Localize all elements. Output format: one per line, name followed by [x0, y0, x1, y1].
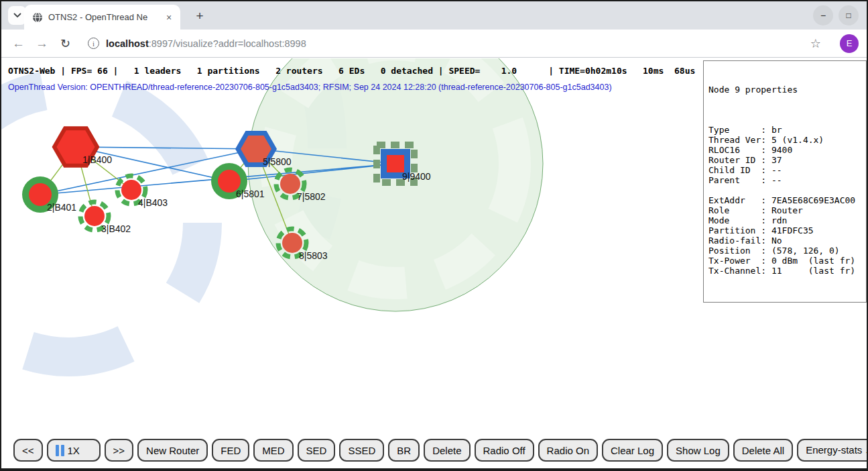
delete-button[interactable]: Delete — [424, 439, 470, 462]
action-toolbar: <<1X>>New RouterFEDMEDSEDSSEDBRDeleteRad… — [13, 439, 867, 462]
tab-close-icon[interactable]: × — [163, 11, 175, 23]
property-row: Radio-fail: No — [708, 235, 861, 246]
button-label: Radio Off — [483, 445, 525, 456]
med-button[interactable]: MED — [253, 439, 293, 462]
button-label: Delete — [432, 445, 461, 456]
fed-button[interactable]: FED — [212, 439, 249, 462]
property-row — [708, 185, 861, 195]
button-label: 1X — [68, 445, 80, 456]
property-row: Position : (578, 126, 0) — [708, 246, 861, 256]
forward-icon[interactable]: → — [36, 36, 48, 51]
profile-avatar[interactable]: E — [840, 34, 859, 53]
node-core — [387, 155, 404, 172]
button-label: Show Log — [676, 445, 721, 456]
clear-log-button[interactable]: Clear Log — [602, 439, 663, 462]
bookmark-star-icon[interactable]: ☆ — [810, 36, 821, 51]
button-label: FED — [221, 445, 241, 456]
energy-stats-button[interactable]: Energy-stats ↗ — [797, 439, 867, 462]
tab-strip: OTNS2 - OpenThread Ne × + − □ — [1, 1, 867, 30]
button-label: BR — [397, 445, 411, 456]
visualizer-canvas: 1|B4002|B4013|B4024|B4035|58006|58017|58… — [1, 58, 867, 470]
radio-on-button[interactable]: Radio On — [538, 439, 598, 462]
new-tab-button[interactable]: + — [191, 7, 208, 25]
node-label: 7|5802 — [297, 191, 326, 202]
node-label: 4|B403 — [138, 197, 168, 208]
br-button[interactable]: BR — [388, 439, 420, 462]
address-bar: ← → ↻ i localhost:8997/visualize?addr=lo… — [1, 30, 867, 58]
show-log-button[interactable]: Show Log — [667, 439, 729, 462]
delete-all-button[interactable]: Delete All — [733, 439, 793, 462]
status-bar: OTNS2-Web | FPS= 66 | 1 leaders 1 partit… — [8, 66, 695, 76]
property-row: Mode : rdn — [708, 215, 861, 225]
node-properties-panel: Node 9 properties Type : brThread Ver: 5… — [703, 60, 867, 303]
node-4[interactable]: 4|B403 — [117, 176, 168, 208]
button-label: >> — [113, 445, 125, 456]
property-row: Tx-Power : 0 dBm (last fr) — [708, 256, 861, 266]
button-label: SED — [306, 445, 327, 456]
button-label: Clear Log — [611, 445, 654, 456]
back-icon[interactable]: ← — [12, 36, 25, 51]
node-label: 6|5801 — [236, 189, 265, 199]
property-row: Type : br — [708, 125, 861, 135]
sed-button[interactable]: SED — [298, 439, 336, 462]
property-row: Thread Ver: 5 (v1.4.x) — [708, 135, 861, 145]
node-label: 9|9400 — [402, 171, 431, 182]
button-label: SSED — [348, 445, 375, 456]
property-row: Child ID : -- — [708, 165, 861, 175]
node-label: 2|B401 — [47, 202, 76, 213]
new-router-button[interactable]: New Router — [137, 439, 208, 462]
node-label: 1|B400 — [82, 154, 112, 165]
button-label: New Router — [146, 445, 199, 456]
pause-icon — [56, 445, 64, 456]
browser-window: OTNS2 - OpenThread Ne × + − □ ← → ↻ i lo… — [0, 0, 868, 471]
window-minimize-button[interactable]: − — [813, 5, 833, 25]
tab-title: OTNS2 - OpenThread Ne — [48, 12, 163, 22]
reload-icon[interactable]: ↻ — [60, 36, 70, 51]
radio-off-button[interactable]: Radio Off — [475, 439, 534, 462]
button-label: Energy-stats ↗ — [806, 444, 867, 456]
pause-speed-button[interactable]: 1X — [47, 439, 101, 462]
button-label: Radio On — [547, 445, 589, 456]
speed-up-button[interactable]: >> — [105, 439, 134, 462]
property-row: RLOC16 : 9400 — [708, 145, 861, 155]
property-row: Tx-Channel: 11 (last fr) — [708, 266, 861, 276]
url-path: :8997/visualize?addr=localhost:8998 — [149, 38, 306, 49]
tab-search-chevron-button[interactable] — [8, 6, 26, 25]
node-3[interactable]: 3|B402 — [80, 202, 131, 234]
property-row: Role : Router — [708, 205, 861, 215]
ssed-button[interactable]: SSED — [339, 439, 384, 462]
property-row: Router ID : 37 — [708, 155, 861, 165]
openthread-version-line: OpenThread Version: OPENTHREAD/thread-re… — [8, 83, 612, 92]
button-label: << — [22, 445, 34, 456]
url-field[interactable]: localhost:8997/visualize?addr=localhost:… — [106, 38, 810, 49]
node-label: 3|B402 — [101, 223, 131, 234]
url-host: localhost — [106, 38, 149, 49]
page-info-icon[interactable]: i — [88, 38, 99, 49]
speed-down-button[interactable]: << — [13, 439, 43, 462]
tab-otns2[interactable]: OTNS2 - OpenThread Ne × — [24, 5, 180, 30]
button-label: MED — [262, 445, 284, 456]
window-maximize-button[interactable]: □ — [839, 5, 859, 25]
node-label: 8|5803 — [299, 250, 328, 261]
globe-favicon-icon — [32, 12, 43, 23]
node-label: 5|5800 — [263, 156, 292, 167]
chevron-down-icon — [13, 13, 21, 18]
property-row: Parent : -- — [708, 175, 861, 185]
property-row: ExtAddr : 7EA5E68C69E3AC00 — [708, 195, 861, 205]
node-properties-title: Node 9 properties — [708, 85, 861, 95]
node-properties-rows: Type : brThread Ver: 5 (v1.4.x)RLOC16 : … — [708, 125, 861, 276]
node-2[interactable]: 2|B401 — [22, 176, 76, 213]
property-row: Partition : 41FDFC35 — [708, 225, 861, 235]
button-label: Delete All — [742, 445, 784, 456]
